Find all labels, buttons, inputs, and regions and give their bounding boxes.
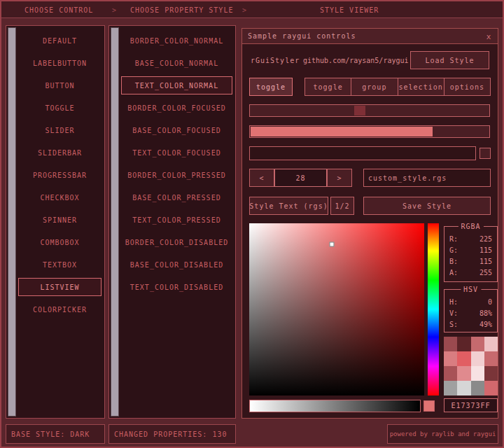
property-item-border-color-normal[interactable]: BORDER_COLOR_NORMAL	[121, 31, 232, 50]
control-item-combobox[interactable]: COMBOBOX	[18, 233, 102, 251]
control-item-spinner[interactable]: SPINNER	[18, 211, 102, 229]
topbar: CHOOSE CONTROL > CHOOSE PROPERTY STYLE >…	[1, 1, 503, 18]
status-base-style: BASE STYLE: DARK	[6, 424, 105, 444]
chevron-right-icon: >	[112, 6, 116, 14]
spinner-decrement-button[interactable]: <	[249, 169, 274, 187]
rgba-title: RGBA	[458, 223, 483, 230]
palette-swatch[interactable]	[457, 351, 470, 366]
rgba-a-line: A:255	[444, 267, 497, 278]
palette-swatch[interactable]	[444, 337, 457, 351]
value-gradient-bar[interactable]	[249, 400, 421, 412]
control-item-colorpicker[interactable]: COLORPICKER	[18, 300, 102, 318]
palette-swatch[interactable]	[484, 351, 498, 366]
hsv-title: HSV	[461, 286, 481, 293]
palette-swatch[interactable]	[457, 381, 470, 396]
rgba-r-line: R:225	[444, 233, 497, 244]
window-title: Sample raygui controls	[242, 32, 356, 40]
textbox-side-button[interactable]	[479, 148, 491, 159]
control-item-checkbox[interactable]: CHECKBOX	[18, 188, 102, 206]
toggle-group-item-options[interactable]: options	[444, 78, 491, 96]
toggle-group: toggle group selection options	[304, 78, 491, 96]
hsv-groupbox: HSV H:0 V:88% S:49%	[444, 289, 498, 332]
spinner-value-box[interactable]: 28	[274, 169, 327, 187]
rgba-g-line: G:115	[444, 244, 497, 255]
style-viewer-header: STYLE VIEWER	[320, 6, 379, 14]
palette-swatch[interactable]	[444, 381, 457, 396]
property-item-border-color-disabled[interactable]: BORDER_COLOR_DISABLED	[121, 233, 232, 251]
toggle-group-item-selection[interactable]: selection	[398, 78, 444, 96]
palette-swatch[interactable]	[471, 351, 484, 366]
palette-swatch[interactable]	[484, 337, 498, 351]
load-style-button[interactable]: Load Style	[410, 51, 489, 69]
progressbar	[249, 125, 490, 138]
control-item-textbox[interactable]: TEXTBOX	[18, 255, 102, 274]
properties-scrollbar[interactable]	[111, 27, 119, 416]
selected-color-preview	[424, 400, 435, 412]
toggle-group-item-toggle[interactable]: toggle	[304, 78, 351, 96]
hsv-v-line: V:88%	[444, 307, 497, 318]
properties-list-panel: BORDER_COLOR_NORMAL BASE_COLOR_NORMAL TE…	[108, 25, 236, 419]
property-item-base-color-disabled[interactable]: BASE_COLOR_DISABLED	[121, 255, 232, 274]
combo-style-text-button[interactable]: Style Text (rgs)	[249, 197, 328, 215]
controls-list: DEFAULT LABELBUTTON BUTTON TOGGLE SLIDER…	[18, 31, 102, 323]
status-powered-by: powered by raylib and raygui	[387, 424, 498, 444]
palette-swatch[interactable]	[444, 351, 457, 366]
hex-color-textbox[interactable]: E17373FF	[444, 398, 498, 412]
property-item-border-color-focused[interactable]: BORDER_COLOR_FOCUSED	[121, 99, 232, 117]
palette-swatch[interactable]	[484, 366, 498, 381]
property-item-base-color-focused[interactable]: BASE_COLOR_FOCUSED	[121, 121, 232, 139]
control-item-sliderbar[interactable]: SLIDERBAR	[18, 144, 102, 162]
palette-swatch[interactable]	[471, 337, 484, 351]
status-changed-properties: CHANGED PROPERTIES: 130	[108, 424, 236, 444]
hue-bar[interactable]	[428, 223, 439, 396]
window-header: Sample raygui controls x	[242, 29, 498, 44]
rgba-b-line: B:115	[444, 255, 497, 267]
app-name-label: rGuiStyler	[251, 57, 300, 64]
palette-swatch[interactable]	[444, 366, 457, 381]
property-item-text-color-focused[interactable]: TEXT_COLOR_FOCUSED	[121, 144, 232, 162]
toggle-group-item-group[interactable]: group	[351, 78, 398, 96]
sample-textbox[interactable]	[249, 146, 476, 160]
save-style-button[interactable]: Save Style	[363, 197, 491, 215]
chevron-right-icon: >	[242, 6, 246, 14]
properties-list: BORDER_COLOR_NORMAL BASE_COLOR_NORMAL TE…	[121, 31, 232, 300]
color-picker-gradient[interactable]	[249, 223, 424, 396]
control-item-listview[interactable]: LISTVIEW	[18, 278, 102, 296]
property-item-text-color-normal[interactable]: TEXT_COLOR_NORMAL	[121, 76, 232, 94]
controls-scrollbar[interactable]	[8, 27, 16, 416]
close-icon[interactable]: x	[483, 31, 494, 42]
toggle-button[interactable]: toggle	[249, 78, 293, 96]
property-item-text-color-pressed[interactable]: TEXT_COLOR_PRESSED	[121, 211, 232, 229]
control-item-slider[interactable]: SLIDER	[18, 121, 102, 139]
property-item-text-color-disabled[interactable]: TEXT_COLOR_DISABLED	[121, 278, 232, 296]
color-palette-grid	[444, 337, 498, 396]
spinner-increment-button[interactable]: >	[327, 169, 352, 187]
property-item-base-color-normal[interactable]: BASE_COLOR_NORMAL	[121, 54, 232, 72]
slider[interactable]	[249, 104, 490, 117]
combo-count-box[interactable]: 1/2	[330, 197, 354, 215]
property-item-base-color-pressed[interactable]: BASE_COLOR_PRESSED	[121, 188, 232, 206]
color-picker-cursor	[329, 241, 334, 246]
scrollbar-thumb[interactable]	[8, 28, 15, 416]
scrollbar-thumb[interactable]	[111, 28, 118, 416]
sample-controls-window: Sample raygui controls x rGuiStyler gith…	[241, 28, 498, 419]
property-item-border-color-pressed[interactable]: BORDER_COLOR_PRESSED	[121, 166, 232, 184]
slider-handle[interactable]	[354, 106, 365, 115]
palette-swatch[interactable]	[471, 366, 484, 381]
filename-textbox[interactable]: custom_style.rgs	[363, 169, 491, 187]
repo-link[interactable]: github.com/raysan5/raygui	[303, 57, 409, 64]
control-item-button[interactable]: BUTTON	[18, 76, 102, 94]
control-item-default[interactable]: DEFAULT	[18, 31, 102, 50]
palette-swatch[interactable]	[457, 366, 470, 381]
choose-property-header: CHOOSE PROPERTY STYLE	[130, 6, 233, 14]
control-item-labelbutton[interactable]: LABELBUTTON	[18, 54, 102, 72]
palette-swatch[interactable]	[484, 381, 498, 396]
control-item-toggle[interactable]: TOGGLE	[18, 99, 102, 117]
palette-swatch[interactable]	[471, 381, 484, 396]
palette-swatch[interactable]	[457, 337, 470, 351]
control-item-progressbar[interactable]: PROGRESSBAR	[18, 166, 102, 184]
progressbar-fill	[251, 127, 433, 136]
hsv-s-line: S:49%	[444, 318, 497, 330]
hsv-h-line: H:0	[444, 296, 497, 307]
choose-control-header: CHOOSE CONTROL	[24, 6, 93, 14]
